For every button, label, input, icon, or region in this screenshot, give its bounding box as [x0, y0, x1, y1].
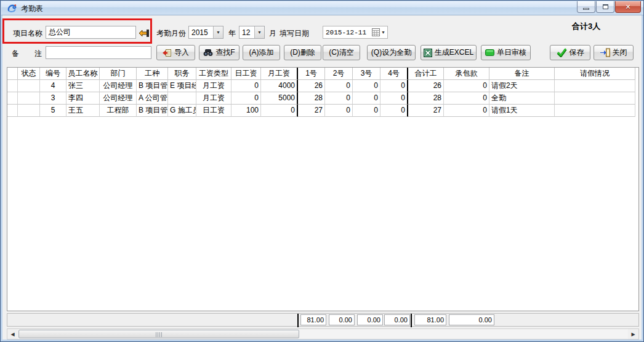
calendar-icon[interactable] [372, 28, 380, 36]
column-header-gutter[interactable] [7, 68, 18, 80]
cell-duty[interactable]: E 项目经理 [168, 80, 196, 92]
cell-duty[interactable] [168, 92, 196, 105]
cell-name[interactable]: 王五 [66, 105, 100, 117]
cell-note[interactable]: 请假2天 [489, 80, 555, 92]
minimize-button[interactable] [577, 1, 595, 13]
cell-monpay[interactable]: 5000 [261, 92, 298, 105]
cell-leave[interactable] [555, 92, 635, 105]
save-button[interactable]: 保存 [550, 45, 590, 60]
cell-d2[interactable]: 0 [325, 80, 353, 92]
column-header-d4[interactable]: 4号 [380, 68, 408, 80]
cell-trade[interactable]: A 公司管理 [137, 92, 168, 105]
cell-trade[interactable]: B 项目管理 [137, 105, 168, 117]
hand-pointer-icon[interactable] [138, 27, 150, 38]
cell-d2[interactable]: 0 [325, 105, 353, 117]
cell-monpay[interactable]: 0 [261, 105, 298, 117]
cell-gutter[interactable] [7, 80, 18, 92]
delete-button[interactable]: (D)删除 [284, 45, 321, 60]
column-header-name[interactable]: 员工名称 [66, 68, 100, 80]
cell-worksum[interactable]: 28 [408, 92, 444, 105]
maximize-button[interactable] [596, 1, 614, 13]
cell-contract[interactable]: 0 [444, 80, 489, 92]
horizontal-scrollbar[interactable]: ◀ ▶ [7, 328, 639, 340]
cell-number[interactable]: 3 [40, 92, 66, 105]
cell-d3[interactable]: 0 [353, 105, 380, 117]
cell-leave[interactable] [555, 105, 635, 117]
cell-d4[interactable]: 0 [380, 80, 408, 92]
scrollbar-thumb[interactable] [18, 330, 299, 338]
cell-daypay[interactable]: 0 [231, 80, 261, 92]
cell-d1[interactable]: 28 [298, 92, 325, 105]
cell-daypay[interactable]: 100 [231, 105, 261, 117]
date-dropdown-arrow-icon[interactable]: ▼ [381, 30, 385, 34]
cell-daypay[interactable]: 0 [231, 92, 261, 105]
remark-input[interactable] [46, 46, 151, 59]
cell-status[interactable] [18, 92, 40, 105]
close-window-button[interactable]: ✕ [615, 1, 641, 13]
find-button[interactable]: 查找F [199, 45, 239, 60]
column-header-d1[interactable]: 1号 [298, 68, 325, 80]
table-row[interactable]: 5王五工程部B 项目管理G 施工员日工资100027000270请假1天 [7, 105, 638, 117]
cell-trade[interactable]: B 项目管理 [137, 80, 168, 92]
cell-dept[interactable]: 工程部 [100, 105, 137, 117]
close-button[interactable]: 关闭 [594, 45, 634, 60]
cell-d3[interactable]: 0 [353, 80, 380, 92]
cell-gutter[interactable] [7, 105, 18, 117]
month-dropdown-button[interactable]: ▼ [254, 26, 264, 38]
cell-dept[interactable]: 公司经理 [100, 80, 137, 92]
cell-note[interactable]: 请假1天 [489, 105, 555, 117]
cell-d1[interactable]: 26 [298, 80, 325, 92]
cell-contract[interactable]: 0 [444, 105, 489, 117]
column-header-status[interactable]: 状态 [18, 68, 40, 80]
cell-d1[interactable]: 27 [298, 105, 325, 117]
column-header-paytype[interactable]: 工资类型 [196, 68, 231, 80]
cell-status[interactable] [18, 80, 40, 92]
cell-status[interactable] [18, 105, 40, 117]
cell-contract[interactable]: 0 [444, 92, 489, 105]
generate-excel-button[interactable]: 生成EXCEL [421, 45, 477, 60]
table-row[interactable]: 4张三公司经理B 项目管理E 项目经理月工资0400026000260请假2天 [7, 80, 638, 92]
column-header-number[interactable]: 编号 [40, 68, 66, 80]
clear-button[interactable]: (C)清空 [323, 45, 360, 60]
column-header-leave[interactable]: 请假情况 [555, 68, 635, 80]
cell-d4[interactable]: 0 [380, 92, 408, 105]
year-dropdown-button[interactable]: ▼ [213, 26, 223, 38]
year-select[interactable]: 2015 ▼ [188, 26, 223, 39]
cell-d2[interactable]: 0 [325, 92, 353, 105]
column-header-dept[interactable]: 部门 [100, 68, 137, 80]
daily-audit-button[interactable]: 单日审核 [481, 45, 531, 60]
cell-gutter[interactable] [7, 92, 18, 105]
month-select[interactable]: 12 ▼ [239, 26, 265, 39]
column-header-duty[interactable]: 职务 [168, 68, 196, 80]
scroll-right-button[interactable]: ▶ [628, 329, 638, 339]
column-header-d2[interactable]: 2号 [325, 68, 353, 80]
column-header-monpay[interactable]: 月工资 [261, 68, 298, 80]
cell-paytype[interactable]: 月工资 [196, 80, 231, 92]
cell-name[interactable]: 张三 [66, 80, 100, 92]
scroll-left-button[interactable]: ◀ [7, 329, 18, 339]
cell-note[interactable]: 全勤 [489, 92, 555, 105]
cell-leave[interactable] [555, 80, 635, 92]
cell-number[interactable]: 5 [40, 105, 66, 117]
column-header-d3[interactable]: 3号 [353, 68, 380, 80]
cell-paytype[interactable]: 月工资 [196, 92, 231, 105]
set-all-present-button[interactable]: (Q)设为全勤 [367, 45, 416, 60]
column-header-worksum[interactable]: 合计工 [408, 68, 444, 80]
project-name-input[interactable] [46, 26, 136, 39]
column-header-contract[interactable]: 承包款 [444, 68, 489, 80]
cell-name[interactable]: 李四 [66, 92, 100, 105]
date-picker[interactable]: 2015-12-11 ▼ [323, 26, 388, 39]
cell-number[interactable]: 4 [40, 80, 66, 92]
column-header-trade[interactable]: 工种 [137, 68, 168, 80]
import-button[interactable]: 导入 [156, 45, 195, 60]
table-row[interactable]: 3李四公司经理A 公司管理月工资0500028000280全勤 [7, 92, 638, 105]
cell-d4[interactable]: 0 [380, 105, 408, 117]
cell-d3[interactable]: 0 [353, 92, 380, 105]
cell-paytype[interactable]: 日工资 [196, 105, 231, 117]
cell-worksum[interactable]: 27 [408, 105, 444, 117]
add-button[interactable]: (A)添加 [243, 45, 280, 60]
cell-duty[interactable]: G 施工员 [168, 105, 196, 117]
cell-dept[interactable]: 公司经理 [100, 92, 137, 105]
cell-monpay[interactable]: 4000 [261, 80, 298, 92]
titlebar[interactable]: 考勤表 ✕ [1, 1, 644, 15]
